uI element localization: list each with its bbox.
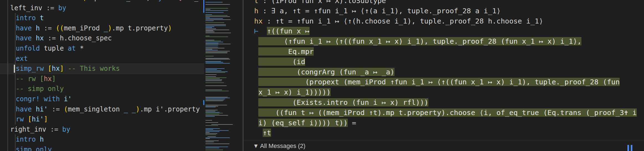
- code-token: ): [108, 24, 112, 32]
- all-messages-label: All Messages (2): [260, 142, 305, 150]
- minimap-code-row: [205, 140, 219, 141]
- indent-guide: [15, 134, 16, 151]
- hypothesis-name: h: [254, 7, 258, 15]
- code-line[interactable]: rw [hi']: [16, 114, 48, 124]
- minimap-code-row: [205, 25, 226, 26]
- code-line[interactable]: -- simp only: [16, 84, 64, 94]
- collapse-triangle-icon[interactable]: ▼: [254, 143, 257, 149]
- code-token: h: [36, 24, 44, 32]
- minimap-code-row: [205, 85, 227, 86]
- minimap-code-row: [205, 16, 230, 17]
- code-line[interactable]: congr! with i': [16, 94, 72, 104]
- code-token: h.choose_spec: [60, 34, 112, 42]
- code-token: ↦: [134, 0, 142, 2]
- minimap-code-row: [205, 63, 230, 64]
- indent-guide: [15, 13, 16, 124]
- minimap-code-row: [205, 69, 217, 70]
- pause-icon: [631, 145, 632, 151]
- code-line[interactable]: have hx := h.choose_spec: [16, 33, 112, 43]
- minimap-code-row: [205, 90, 222, 90]
- goal-line: i) (eq_self i)))) t)) =: [254, 118, 356, 128]
- minimap-code-row: [205, 48, 225, 48]
- minimap-code-row: [205, 9, 210, 10]
- all-messages-header[interactable]: ▼ All Messages (2): [244, 140, 644, 151]
- code-token: :=: [48, 34, 60, 42]
- hypothesis-type: : ∃ a, ↑t = ↑fun i_1 ↦ ⟨↑(a i_1), tuple.…: [258, 7, 501, 15]
- code-token: by: [58, 4, 66, 12]
- minimap-code-row: [205, 19, 231, 20]
- minimap-code-row: [211, 124, 233, 125]
- minimap-code-row: [205, 22, 224, 23]
- code-token: t.property: [128, 24, 168, 32]
- code-line[interactable]: simp_rw [hx] -- This works: [16, 64, 120, 74]
- hypothesis-line: hx : ↑t = ↑fun i_1 ↦ ⟨↑(h.choose i_1), t…: [254, 16, 543, 26]
- code-token: ]: [52, 75, 56, 83]
- goal-line: ((fun t ↦ ((mem_iProd ↑t).mp t.property)…: [254, 108, 637, 118]
- code-line[interactable]: intro t: [16, 13, 44, 23]
- code-token: ]: [44, 115, 48, 123]
- goal-highlighted-text: (congrArg (fun _a ↦ _a): [258, 68, 394, 76]
- code-token: ((: [56, 24, 64, 32]
- code-line[interactable]: simp only: [16, 145, 52, 151]
- goal-line: Eq.mpr: [254, 46, 314, 57]
- minimap-code-row: [205, 132, 210, 133]
- minimap-code-row: [205, 37, 228, 37]
- code-line[interactable]: left_inv := by: [10, 3, 66, 13]
- code-line[interactable]: have h := ((mem_iProd _).mp t.property): [16, 23, 172, 33]
- hypothesis-type: : (iProd fun x ↦ X).toSubtype: [258, 0, 386, 5]
- code-line[interactable]: invFun := fun x ↦ ⟨tuple fun _ ↦ x, by r…: [10, 0, 198, 3]
- minimap-code-row: [205, 8, 228, 9]
- minimap-code-row: [205, 97, 228, 97]
- code-line[interactable]: have hi' := (mem_singleton _ _).mp i'.pr…: [16, 104, 200, 114]
- minimap-code-row: [205, 130, 229, 131]
- code-token: have: [16, 34, 36, 42]
- goal-highlighted-text: ((fun t ↦ ((mem_iProd ↑t).mp t.property)…: [258, 108, 637, 117]
- minimap-code-row: [205, 76, 216, 77]
- code-token: ,: [146, 0, 154, 2]
- goal-highlighted-text: (id: [258, 58, 305, 66]
- code-token: ): [168, 24, 172, 32]
- minimap-code-row: [205, 68, 225, 69]
- minimap[interactable]: [204, 0, 238, 151]
- minimap-code-row: [205, 142, 214, 142]
- code-token: have: [16, 24, 36, 32]
- code-token: ]: [60, 65, 64, 72]
- code-token: fun: [110, 0, 126, 2]
- minimap-code-row: [207, 136, 216, 137]
- minimap-code-row: [205, 50, 218, 50]
- minimap-code-row: [205, 14, 212, 15]
- code-editor-pane[interactable]: invFun := fun x ↦ ⟨tuple fun _ ↦ x, by r…: [0, 0, 204, 151]
- goal-highlighted-text: Eq.mpr: [258, 47, 314, 56]
- code-line[interactable]: -- rw [hx]: [16, 74, 56, 84]
- minimap-code-row: [205, 107, 216, 107]
- code-token: hi': [32, 115, 44, 123]
- code-token: at: [68, 45, 80, 52]
- minimap-code-row: [205, 27, 212, 28]
- code-token: [: [28, 115, 32, 123]
- minimap-code-row: [205, 72, 225, 73]
- minimap-code-row: [205, 27, 214, 27]
- code-line[interactable]: ext: [16, 54, 28, 64]
- code-token: left_inv: [10, 4, 46, 12]
- code-token: invFun: [10, 0, 38, 2]
- code-token: mem_: [182, 0, 198, 2]
- panel-divider[interactable]: [243, 0, 243, 151]
- minimap-code-row: [205, 71, 228, 72]
- minimap-code-row: [205, 44, 231, 44]
- goal-highlighted-text: ↑t: [263, 129, 271, 137]
- minimap-code-row: [205, 113, 223, 113]
- minimap-code-row: [205, 101, 223, 101]
- code-token: rw: [16, 115, 28, 123]
- code-line[interactable]: right_inv := by: [10, 124, 70, 135]
- minimap-code-row: [205, 80, 222, 81]
- code-line[interactable]: unfold tuple at *: [16, 43, 84, 54]
- code-token: simp: [16, 146, 36, 151]
- indent-guide: [7, 0, 8, 151]
- minimap-viewport-marker: [203, 0, 204, 13]
- hypothesis-line: h : ∃ a, ↑t = ↑fun i_1 ↦ ⟨↑(a i_1), tupl…: [254, 6, 501, 16]
- pause-button[interactable]: [627, 145, 633, 151]
- code-token: unfold: [16, 45, 44, 52]
- minimap-code-row: [205, 82, 224, 83]
- code-line[interactable]: intro h: [16, 134, 44, 145]
- code-token: _: [104, 24, 108, 32]
